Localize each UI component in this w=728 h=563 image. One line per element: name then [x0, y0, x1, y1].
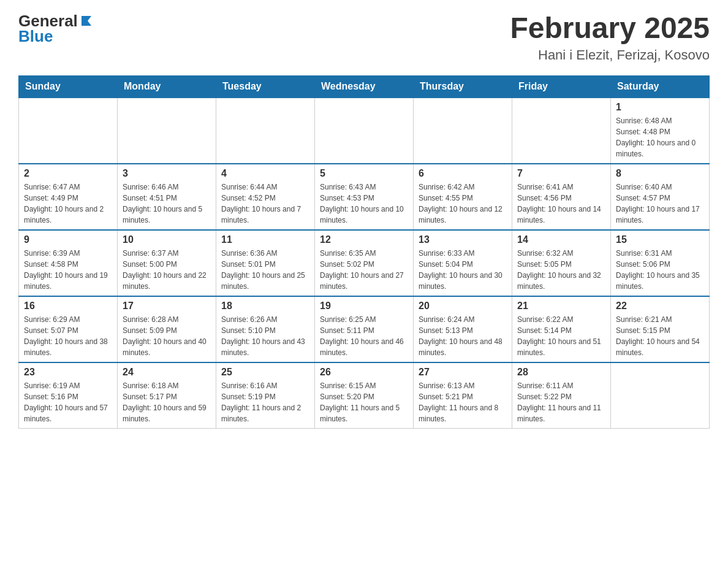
day-number: 28: [517, 367, 605, 378]
calendar-cell: 27Sunrise: 6:13 AM Sunset: 5:21 PM Dayli…: [414, 362, 512, 429]
day-info: Sunrise: 6:21 AM Sunset: 5:15 PM Dayligh…: [616, 314, 704, 358]
calendar-cell: 13Sunrise: 6:33 AM Sunset: 5:04 PM Dayli…: [414, 230, 512, 296]
calendar-cell: 1Sunrise: 6:48 AM Sunset: 4:48 PM Daylig…: [611, 98, 710, 164]
day-number: 4: [221, 168, 309, 179]
logo-wordmark: General Blue: [18, 12, 94, 45]
day-number: 21: [517, 301, 605, 312]
calendar-cell: 8Sunrise: 6:40 AM Sunset: 4:57 PM Daylig…: [611, 164, 710, 230]
svg-marker-0: [82, 16, 91, 26]
calendar-cell: 15Sunrise: 6:31 AM Sunset: 5:06 PM Dayli…: [611, 230, 710, 296]
calendar-cell: 4Sunrise: 6:44 AM Sunset: 4:52 PM Daylig…: [216, 164, 315, 230]
day-info: Sunrise: 6:37 AM Sunset: 5:00 PM Dayligh…: [123, 248, 211, 292]
day-info: Sunrise: 6:18 AM Sunset: 5:17 PM Dayligh…: [123, 380, 211, 424]
day-number: 2: [24, 168, 112, 179]
calendar-week-1: 2Sunrise: 6:47 AM Sunset: 4:49 PM Daylig…: [19, 164, 710, 230]
calendar-cell: [216, 98, 315, 164]
calendar-cell: 5Sunrise: 6:43 AM Sunset: 4:53 PM Daylig…: [315, 164, 414, 230]
calendar-cell: 11Sunrise: 6:36 AM Sunset: 5:01 PM Dayli…: [216, 230, 315, 296]
day-info: Sunrise: 6:24 AM Sunset: 5:13 PM Dayligh…: [419, 314, 507, 358]
title-block: February 2025 Hani i Elezit, Ferizaj, Ko…: [510, 12, 710, 63]
calendar-cell: 23Sunrise: 6:19 AM Sunset: 5:16 PM Dayli…: [19, 362, 118, 429]
day-info: Sunrise: 6:16 AM Sunset: 5:19 PM Dayligh…: [221, 380, 309, 424]
calendar-cell: 9Sunrise: 6:39 AM Sunset: 4:58 PM Daylig…: [19, 230, 118, 296]
day-info: Sunrise: 6:11 AM Sunset: 5:22 PM Dayligh…: [517, 380, 605, 424]
day-number: 22: [616, 301, 704, 312]
calendar-cell: 24Sunrise: 6:18 AM Sunset: 5:17 PM Dayli…: [118, 362, 216, 429]
day-info: Sunrise: 6:40 AM Sunset: 4:57 PM Dayligh…: [616, 182, 704, 226]
day-info: Sunrise: 6:19 AM Sunset: 5:16 PM Dayligh…: [24, 380, 112, 424]
header-friday: Friday: [512, 75, 611, 98]
day-info: Sunrise: 6:26 AM Sunset: 5:10 PM Dayligh…: [221, 314, 309, 358]
calendar-cell: [118, 98, 216, 164]
day-number: 3: [123, 168, 211, 179]
day-info: Sunrise: 6:29 AM Sunset: 5:07 PM Dayligh…: [24, 314, 112, 358]
day-info: Sunrise: 6:47 AM Sunset: 4:49 PM Dayligh…: [24, 182, 112, 226]
day-number: 25: [221, 367, 309, 378]
day-info: Sunrise: 6:25 AM Sunset: 5:11 PM Dayligh…: [320, 314, 408, 358]
day-info: Sunrise: 6:41 AM Sunset: 4:56 PM Dayligh…: [517, 182, 605, 226]
logo-flag-icon: [79, 13, 94, 28]
day-number: 20: [419, 301, 507, 312]
calendar-cell: 26Sunrise: 6:15 AM Sunset: 5:20 PM Dayli…: [315, 362, 414, 429]
calendar-cell: 3Sunrise: 6:46 AM Sunset: 4:51 PM Daylig…: [118, 164, 216, 230]
day-number: 9: [24, 234, 112, 245]
day-number: 18: [221, 301, 309, 312]
header-thursday: Thursday: [414, 75, 512, 98]
day-number: 15: [616, 234, 704, 245]
day-info: Sunrise: 6:31 AM Sunset: 5:06 PM Dayligh…: [616, 248, 704, 292]
calendar-cell: 20Sunrise: 6:24 AM Sunset: 5:13 PM Dayli…: [414, 296, 512, 362]
calendar-cell: 14Sunrise: 6:32 AM Sunset: 5:05 PM Dayli…: [512, 230, 611, 296]
calendar-cell: 10Sunrise: 6:37 AM Sunset: 5:00 PM Dayli…: [118, 230, 216, 296]
header-sunday: Sunday: [19, 75, 118, 98]
calendar-cell: [512, 98, 611, 164]
day-info: Sunrise: 6:28 AM Sunset: 5:09 PM Dayligh…: [123, 314, 211, 358]
weekday-header-row: Sunday Monday Tuesday Wednesday Thursday…: [19, 75, 710, 98]
calendar-cell: 7Sunrise: 6:41 AM Sunset: 4:56 PM Daylig…: [512, 164, 611, 230]
header-saturday: Saturday: [611, 75, 710, 98]
day-number: 13: [419, 234, 507, 245]
day-info: Sunrise: 6:33 AM Sunset: 5:04 PM Dayligh…: [419, 248, 507, 292]
calendar-week-2: 9Sunrise: 6:39 AM Sunset: 4:58 PM Daylig…: [19, 230, 710, 296]
day-info: Sunrise: 6:48 AM Sunset: 4:48 PM Dayligh…: [616, 115, 704, 159]
day-number: 10: [123, 234, 211, 245]
calendar-cell: [315, 98, 414, 164]
calendar-cell: 16Sunrise: 6:29 AM Sunset: 5:07 PM Dayli…: [19, 296, 118, 362]
calendar-cell: 17Sunrise: 6:28 AM Sunset: 5:09 PM Dayli…: [118, 296, 216, 362]
calendar-week-3: 16Sunrise: 6:29 AM Sunset: 5:07 PM Dayli…: [19, 296, 710, 362]
calendar-subtitle: Hani i Elezit, Ferizaj, Kosovo: [510, 47, 710, 63]
calendar-cell: 25Sunrise: 6:16 AM Sunset: 5:19 PM Dayli…: [216, 362, 315, 429]
day-number: 5: [320, 168, 408, 179]
calendar-cell: 21Sunrise: 6:22 AM Sunset: 5:14 PM Dayli…: [512, 296, 611, 362]
calendar-cell: [414, 98, 512, 164]
calendar-cell: 6Sunrise: 6:42 AM Sunset: 4:55 PM Daylig…: [414, 164, 512, 230]
calendar-cell: 18Sunrise: 6:26 AM Sunset: 5:10 PM Dayli…: [216, 296, 315, 362]
calendar-week-4: 23Sunrise: 6:19 AM Sunset: 5:16 PM Dayli…: [19, 362, 710, 429]
day-number: 23: [24, 367, 112, 378]
day-info: Sunrise: 6:44 AM Sunset: 4:52 PM Dayligh…: [221, 182, 309, 226]
calendar-cell: [19, 98, 118, 164]
day-number: 1: [616, 102, 704, 113]
day-info: Sunrise: 6:39 AM Sunset: 4:58 PM Dayligh…: [24, 248, 112, 292]
day-info: Sunrise: 6:36 AM Sunset: 5:01 PM Dayligh…: [221, 248, 309, 292]
calendar-cell: [611, 362, 710, 429]
day-info: Sunrise: 6:32 AM Sunset: 5:05 PM Dayligh…: [517, 248, 605, 292]
header-monday: Monday: [118, 75, 216, 98]
day-number: 26: [320, 367, 408, 378]
day-number: 19: [320, 301, 408, 312]
day-number: 17: [123, 301, 211, 312]
calendar-cell: 28Sunrise: 6:11 AM Sunset: 5:22 PM Dayli…: [512, 362, 611, 429]
calendar-cell: 22Sunrise: 6:21 AM Sunset: 5:15 PM Dayli…: [611, 296, 710, 362]
header-wednesday: Wednesday: [315, 75, 414, 98]
calendar-cell: 2Sunrise: 6:47 AM Sunset: 4:49 PM Daylig…: [19, 164, 118, 230]
calendar-week-0: 1Sunrise: 6:48 AM Sunset: 4:48 PM Daylig…: [19, 98, 710, 164]
day-info: Sunrise: 6:35 AM Sunset: 5:02 PM Dayligh…: [320, 248, 408, 292]
day-number: 7: [517, 168, 605, 179]
calendar-cell: 12Sunrise: 6:35 AM Sunset: 5:02 PM Dayli…: [315, 230, 414, 296]
day-number: 6: [419, 168, 507, 179]
day-number: 8: [616, 168, 704, 179]
day-number: 12: [320, 234, 408, 245]
day-info: Sunrise: 6:13 AM Sunset: 5:21 PM Dayligh…: [419, 380, 507, 424]
header-tuesday: Tuesday: [216, 75, 315, 98]
day-number: 16: [24, 301, 112, 312]
calendar-table: Sunday Monday Tuesday Wednesday Thursday…: [18, 75, 710, 429]
